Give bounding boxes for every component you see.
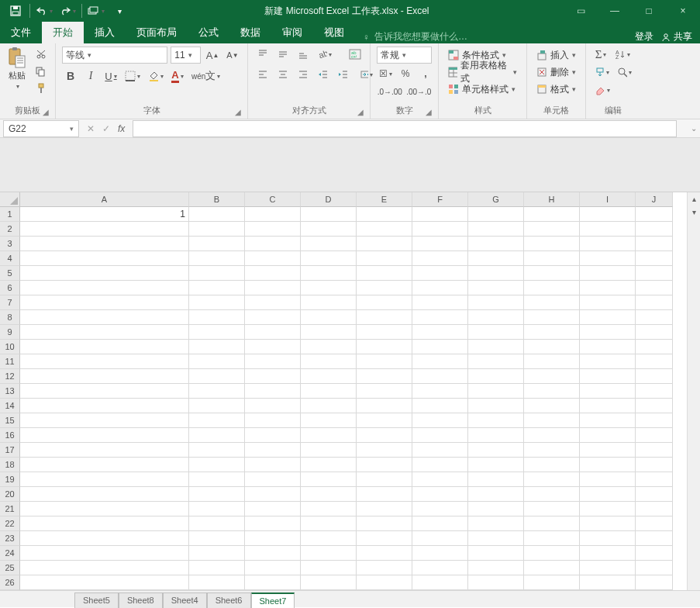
cell[interactable]: [20, 487, 189, 502]
cell[interactable]: [580, 295, 636, 310]
cell[interactable]: [357, 531, 412, 546]
cell[interactable]: [524, 531, 580, 546]
cell[interactable]: [412, 325, 468, 340]
cell[interactable]: [412, 575, 468, 590]
copy-button[interactable]: [33, 64, 50, 79]
cell[interactable]: [20, 281, 189, 295]
sign-in[interactable]: 登录: [635, 30, 653, 43]
cell[interactable]: [580, 325, 636, 340]
cell[interactable]: [580, 237, 636, 251]
autosum-button[interactable]: Σ▾: [592, 47, 609, 62]
cell[interactable]: [524, 207, 580, 222]
row-header[interactable]: 17: [0, 443, 20, 458]
cell[interactable]: [357, 487, 412, 502]
cell[interactable]: [357, 281, 412, 295]
cell[interactable]: [580, 575, 636, 590]
cell[interactable]: [245, 237, 301, 251]
decrease-decimal-button[interactable]: .00→.0: [406, 84, 433, 99]
cell[interactable]: [524, 369, 580, 384]
cell[interactable]: [20, 428, 189, 443]
cell[interactable]: [189, 340, 245, 354]
cell[interactable]: [580, 222, 636, 237]
cell[interactable]: [301, 251, 357, 266]
row-header[interactable]: 7: [0, 295, 20, 310]
cell[interactable]: [636, 281, 673, 295]
dialog-launcher-icon[interactable]: ◢: [426, 108, 432, 116]
sheet-tab[interactable]: Sheet8: [119, 592, 163, 608]
cell[interactable]: [636, 575, 673, 590]
cell[interactable]: [245, 354, 301, 369]
row-header[interactable]: 24: [0, 546, 20, 561]
tab-插入[interactable]: 插入: [84, 22, 126, 43]
cell[interactable]: [636, 222, 673, 237]
column-header[interactable]: H: [524, 192, 580, 207]
row-header[interactable]: 8: [0, 310, 20, 325]
row-header[interactable]: 2: [0, 222, 20, 237]
cell[interactable]: [301, 222, 357, 237]
cell[interactable]: [636, 384, 673, 399]
cell[interactable]: [20, 443, 189, 458]
cell[interactable]: [524, 251, 580, 266]
cell[interactable]: [301, 384, 357, 399]
cell[interactable]: [524, 546, 580, 561]
row-header[interactable]: 4: [0, 251, 20, 266]
cell[interactable]: [468, 340, 524, 354]
cell[interactable]: [636, 531, 673, 546]
ribbon-display-options[interactable]: ▭: [564, 0, 598, 22]
tab-页面布局[interactable]: 页面布局: [126, 22, 188, 43]
cell[interactable]: [412, 472, 468, 487]
cell[interactable]: [468, 443, 524, 458]
cell[interactable]: [245, 281, 301, 295]
cell[interactable]: [412, 428, 468, 443]
row-header[interactable]: 13: [0, 384, 20, 399]
cell[interactable]: [301, 354, 357, 369]
cell[interactable]: [20, 399, 189, 413]
cell[interactable]: [524, 443, 580, 458]
cell[interactable]: [468, 295, 524, 310]
cell[interactable]: [580, 266, 636, 281]
cell[interactable]: [301, 516, 357, 531]
align-bottom-button[interactable]: [295, 47, 312, 62]
close-button[interactable]: ×: [666, 0, 700, 22]
cell[interactable]: [636, 399, 673, 413]
row-header[interactable]: 16: [0, 428, 20, 443]
cell[interactable]: [580, 399, 636, 413]
cell[interactable]: [412, 251, 468, 266]
cell[interactable]: [357, 354, 412, 369]
phonetic-button[interactable]: wén文▾: [189, 68, 222, 84]
format-painter-button[interactable]: [33, 81, 50, 96]
cell[interactable]: [468, 502, 524, 516]
sheet-tab[interactable]: Sheet5: [74, 592, 119, 608]
cell[interactable]: [412, 458, 468, 472]
cell[interactable]: [189, 443, 245, 458]
cell[interactable]: [357, 502, 412, 516]
cell[interactable]: [412, 207, 468, 222]
cell[interactable]: [357, 413, 412, 428]
cancel-formula-icon[interactable]: ✕: [87, 123, 95, 134]
cell[interactable]: [524, 354, 580, 369]
cell[interactable]: [580, 310, 636, 325]
cell[interactable]: [636, 340, 673, 354]
cell[interactable]: [301, 207, 357, 222]
cell[interactable]: [412, 281, 468, 295]
cell[interactable]: [468, 369, 524, 384]
cell[interactable]: [301, 531, 357, 546]
cell[interactable]: [357, 472, 412, 487]
share-button[interactable]: 共享: [661, 30, 692, 43]
increase-font-button[interactable]: A▲: [204, 47, 221, 63]
cell[interactable]: [20, 354, 189, 369]
cell[interactable]: [580, 413, 636, 428]
cell[interactable]: [636, 354, 673, 369]
cell[interactable]: [20, 237, 189, 251]
cell[interactable]: [301, 325, 357, 340]
cell[interactable]: [357, 546, 412, 561]
cell[interactable]: [468, 428, 524, 443]
redo-button[interactable]: ▾: [57, 2, 78, 20]
tab-公式[interactable]: 公式: [188, 22, 229, 43]
cell[interactable]: [468, 458, 524, 472]
cell[interactable]: [245, 325, 301, 340]
cell[interactable]: [524, 266, 580, 281]
cell[interactable]: [301, 472, 357, 487]
cell[interactable]: [524, 222, 580, 237]
cell[interactable]: [636, 502, 673, 516]
